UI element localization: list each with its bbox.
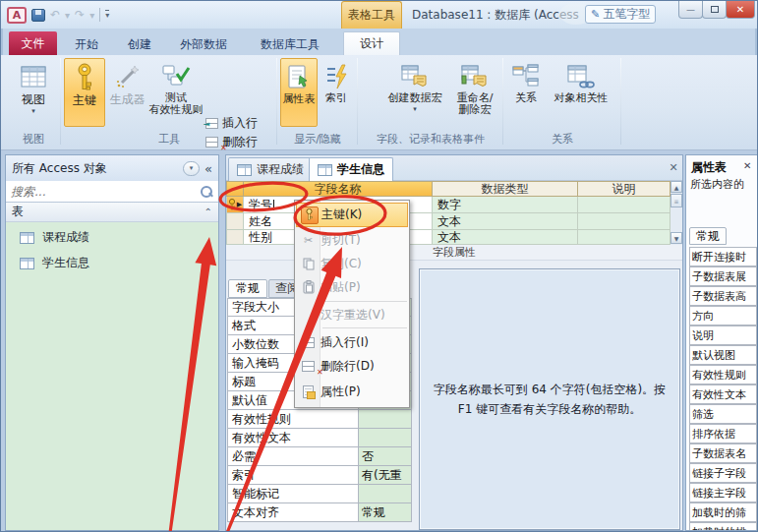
grid-header-data-type[interactable]: 数据类型 [433,181,578,197]
relationships-button[interactable]: 关系 [506,58,546,127]
menu-item-paste: 粘贴(P) [296,275,408,299]
property-sheet-subtitle: 所选内容的 [690,177,758,192]
save-icon[interactable] [31,9,45,22]
menu-separator [322,327,407,328]
property-value[interactable] [359,410,412,429]
description-cell[interactable] [578,213,671,230]
undo-icon[interactable]: ↶ [50,8,60,22]
rename-delete-macro-button[interactable]: 重命名/ 删除宏 [447,58,502,127]
property-value[interactable]: 常规 [359,503,412,522]
tab-general[interactable]: 常规 [228,279,267,298]
insert-rows-button[interactable]: ⇥ 插入行 [205,114,258,133]
property-value[interactable]: 有(无重 [359,466,412,485]
sheet-row[interactable]: 断开连接时 [689,247,757,266]
customize-qat-icon[interactable]: ▾ [105,10,109,20]
help-text-line2: F1 键可查看有关字段名称的帮助。 [458,399,641,419]
undo-dropdown-icon[interactable]: ▾ [65,10,70,21]
search-input[interactable] [6,185,199,199]
property-value[interactable]: 否 [359,447,412,466]
shutter-bar-close-icon[interactable]: « [204,161,212,176]
grid-header-field-name[interactable]: 字段名称 [244,181,433,197]
property-sheet-close-icon[interactable]: ✕ [743,160,751,171]
grid-vertical-scrollbar[interactable]: ▲ ≡ ▼ [671,181,682,245]
minimize-button[interactable]: — [678,1,703,19]
sheet-row[interactable]: 子数据表名 [689,443,757,463]
sheet-row[interactable]: 加载时的筛 [689,502,757,522]
doc-tab-student-info-active[interactable]: 学生信息 [309,157,393,181]
scroll-up-icon[interactable]: ▲ [671,181,682,193]
sheet-row[interactable]: 链接主字段 [689,483,757,502]
menu-item-label: 汉字重选(V) [321,307,385,324]
property-name[interactable]: 智能标记 [227,485,359,503]
tab-external-data[interactable]: 外部数据 [168,34,239,55]
test-validation-button[interactable]: 测试 有效性规则 [148,58,204,127]
sheet-row[interactable]: 子数据表高 [689,286,757,306]
menu-item-label: 复制(C) [321,256,362,272]
sheet-row[interactable]: 链接子字段 [689,463,757,483]
primary-key-button[interactable]: 主键 [64,58,105,127]
sheet-row[interactable]: 筛选 [689,404,757,424]
redo-icon[interactable]: ↷ [75,8,85,22]
row-selector-selected[interactable]: ▶ [226,197,244,213]
menu-item-primary-key[interactable]: 主键(K) [296,203,408,227]
view-button[interactable]: 视图 ▾ [11,58,56,127]
builder-button[interactable]: 生成器 [106,58,148,127]
sheet-row[interactable]: 有效性规则 [689,365,757,384]
menu-item-properties[interactable]: 属性(P) [296,380,408,403]
tab-home[interactable]: 开始 [62,34,111,55]
group-separator [620,58,621,145]
property-name[interactable]: 有效性文本 [227,429,359,447]
menu-item-insert-rows[interactable]: ⇥ 插入行(I) [296,330,408,354]
property-value[interactable] [359,485,412,503]
nav-item-student-info[interactable]: 学生信息 [6,251,218,275]
indexes-button[interactable]: 索引 [319,58,354,127]
row-selector[interactable] [226,230,244,245]
tab-design-active[interactable]: 设计 [343,31,400,55]
tab-create[interactable]: 创建 [115,34,164,55]
nav-section-tables[interactable]: 表 ⌃ [6,203,218,222]
property-name[interactable]: 必需 [227,447,359,466]
description-cell[interactable] [578,197,671,213]
property-sheet-button[interactable]: 属性表 [280,58,318,127]
access-logo-icon[interactable]: A [7,7,27,24]
data-type-cell[interactable]: 数字 [433,197,578,213]
maximize-button[interactable] [702,1,727,19]
property-sheet-tab-general[interactable]: 常规 [689,227,727,245]
sheet-row[interactable]: 加载时的排 [689,522,757,531]
sheet-row[interactable]: 说明 [689,325,757,345]
tab-database-tools[interactable]: 数据库工具 [243,34,337,55]
doc-tab-course-scores[interactable]: 课程成绩 [228,157,313,181]
property-name[interactable]: 索引 [227,466,359,485]
close-document-icon[interactable]: ✕ [667,161,680,174]
data-type-cell[interactable]: 文本 [433,213,578,230]
property-name[interactable]: 文本对齐 [227,503,359,522]
search-icon[interactable] [199,184,214,200]
data-type-cell[interactable]: 文本 [433,230,578,245]
collapse-section-icon[interactable]: ⌃ [204,207,212,217]
nav-menu-dropdown-icon[interactable]: ▾ [183,161,200,176]
create-data-macros-button[interactable]: 创建数据宏 ▾ [382,58,447,127]
property-value[interactable] [359,429,412,447]
tab-file[interactable]: 文件 [9,31,57,55]
row-selector[interactable] [226,213,244,230]
close-button[interactable]: ✕ [726,1,755,19]
sheet-row[interactable]: 有效性文本 [689,384,757,404]
scroll-down-icon[interactable]: ▼ [671,232,682,244]
sheet-row[interactable]: 方向 [689,306,757,325]
scrollbar-thumb[interactable]: ≡ [671,194,682,207]
text-cursor [273,200,274,210]
sheet-row[interactable]: 排序依据 [689,424,757,443]
nav-item-course-scores[interactable]: 课程成绩 [6,225,218,250]
redo-dropdown-icon[interactable]: ▾ [89,10,94,21]
grid-header-description[interactable]: 说明 [578,181,671,197]
object-dependencies-button[interactable]: 对象相关性 [546,58,616,127]
field-help-box: 字段名称最长可到 64 个字符(包括空格)。按 F1 键可查看有关字段名称的帮助… [419,268,680,530]
description-cell[interactable] [578,230,671,245]
grid-corner-header[interactable] [226,181,244,197]
qat-separator [99,8,100,22]
contextual-tool-tab[interactable]: 表格工具 [341,1,402,29]
menu-item-delete-rows[interactable]: ✕ 删除行(D) [296,354,408,378]
sheet-row[interactable]: 子数据表展 [689,266,757,286]
property-name[interactable]: 有效性规则 [227,410,359,429]
sheet-row[interactable]: 默认视图 [689,345,757,365]
